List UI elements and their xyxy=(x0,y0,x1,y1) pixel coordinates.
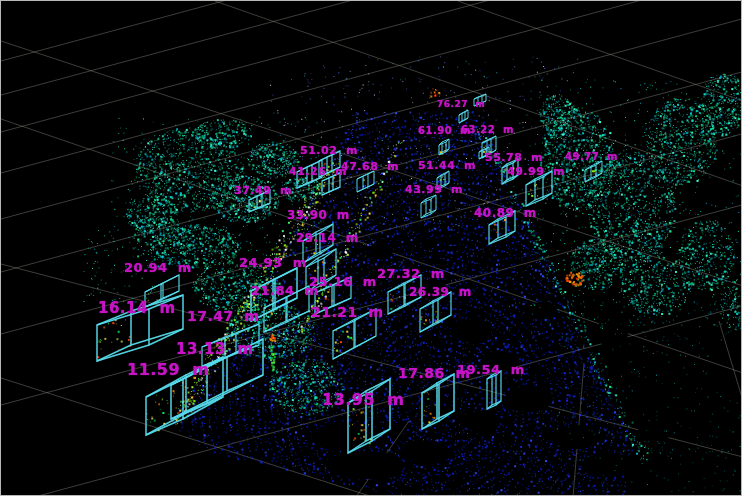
point-cloud-canvas[interactable] xyxy=(1,1,742,496)
lidar-viewport[interactable]: 11.59 m13.13 m16.14 m17.47 m20.94 m24.93… xyxy=(0,0,742,496)
